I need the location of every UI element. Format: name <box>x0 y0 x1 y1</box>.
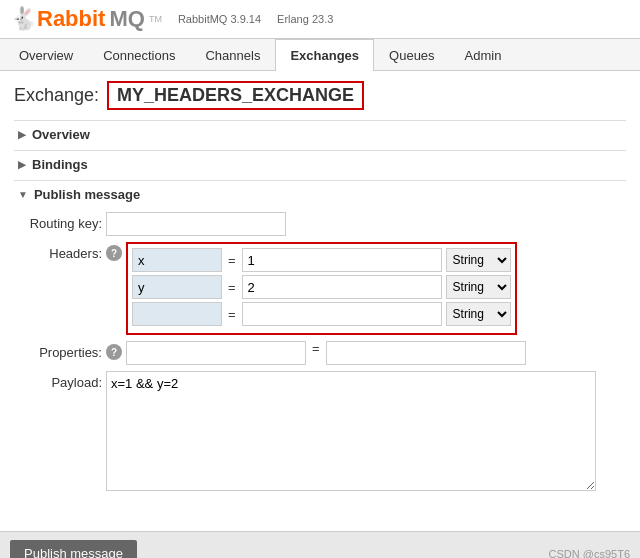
publish-message-button[interactable]: Publish message <box>10 540 137 558</box>
header-val-1[interactable] <box>242 248 442 272</box>
exchange-title: Exchange: MY_HEADERS_EXCHANGE <box>14 81 626 110</box>
header-type-3[interactable]: String Number Boolean <box>446 302 511 326</box>
headers-help-icon[interactable]: ? <box>106 245 122 261</box>
eq-sign-1: = <box>226 253 238 268</box>
headers-row: Headers: ? = String Number Boolean <box>22 242 618 335</box>
nav-exchanges[interactable]: Exchanges <box>275 39 374 71</box>
erlang-info: Erlang 23.3 <box>277 13 333 25</box>
routing-key-input[interactable] <box>106 212 286 236</box>
overview-section-label: Overview <box>32 127 90 142</box>
logo: 🐇RabbitMQTM <box>10 6 162 32</box>
header-key-3[interactable] <box>132 302 222 326</box>
nav-channels[interactable]: Channels <box>190 39 275 71</box>
properties-help-icon[interactable]: ? <box>106 344 122 360</box>
publish-section: Publish message Routing key: Headers: ? … <box>14 180 626 501</box>
headers-label: Headers: <box>22 242 102 261</box>
nav-overview[interactable]: Overview <box>4 39 88 71</box>
eq-sign-3: = <box>226 307 238 322</box>
publish-arrow-icon <box>18 189 28 200</box>
publish-section-label: Publish message <box>34 187 140 202</box>
version-info: RabbitMQ 3.9.14 <box>178 13 261 25</box>
logo-rabbit-text: 🐇Rabbit <box>10 6 105 32</box>
prop-eq-sign: = <box>310 341 322 356</box>
eq-sign-2: = <box>226 280 238 295</box>
routing-key-label: Routing key: <box>22 212 102 231</box>
header-key-2[interactable] <box>132 275 222 299</box>
properties-key-input[interactable] <box>126 341 306 365</box>
nav-queues[interactable]: Queues <box>374 39 450 71</box>
top-bar: 🐇RabbitMQTM RabbitMQ 3.9.14 Erlang 23.3 <box>0 0 640 39</box>
payload-textarea[interactable]: x=1 && y=2 <box>106 371 596 491</box>
bottom-bar: Publish message CSDN @cs95T6 <box>0 531 640 558</box>
bindings-section-header[interactable]: Bindings <box>14 151 626 178</box>
exchange-name: MY_HEADERS_EXCHANGE <box>107 81 364 110</box>
overview-section-header[interactable]: Overview <box>14 121 626 148</box>
bindings-section: Bindings <box>14 150 626 178</box>
header-row-1: = String Number Boolean <box>132 248 511 272</box>
overview-arrow-icon <box>18 129 26 140</box>
header-type-2[interactable]: String Number Boolean <box>446 275 511 299</box>
publish-section-header[interactable]: Publish message <box>14 181 626 208</box>
payload-row: Payload: x=1 && y=2 <box>22 371 618 491</box>
logo-tm-text: TM <box>149 14 162 24</box>
header-key-1[interactable] <box>132 248 222 272</box>
properties-label: Properties: <box>22 341 102 360</box>
headers-table: = String Number Boolean = <box>126 242 517 335</box>
payload-label: Payload: <box>22 371 102 390</box>
routing-key-row: Routing key: <box>22 212 618 236</box>
watermark-text: CSDN @cs95T6 <box>549 548 630 559</box>
logo-mq-text: MQ <box>109 6 144 32</box>
nav-connections[interactable]: Connections <box>88 39 190 71</box>
header-type-1[interactable]: String Number Boolean <box>446 248 511 272</box>
overview-section: Overview <box>14 120 626 148</box>
nav-bar: Overview Connections Channels Exchanges … <box>0 39 640 71</box>
header-row-2: = String Number Boolean <box>132 275 511 299</box>
header-val-2[interactable] <box>242 275 442 299</box>
nav-admin[interactable]: Admin <box>450 39 517 71</box>
bindings-arrow-icon <box>18 159 26 170</box>
exchange-prefix-label: Exchange: <box>14 85 99 106</box>
header-row-3: = String Number Boolean <box>132 302 511 326</box>
header-val-3[interactable] <box>242 302 442 326</box>
properties-val-input[interactable] <box>326 341 526 365</box>
properties-row: Properties: ? = <box>22 341 618 365</box>
publish-form: Routing key: Headers: ? = String Number <box>14 208 626 501</box>
bindings-section-label: Bindings <box>32 157 88 172</box>
main-content: Exchange: MY_HEADERS_EXCHANGE Overview B… <box>0 71 640 531</box>
